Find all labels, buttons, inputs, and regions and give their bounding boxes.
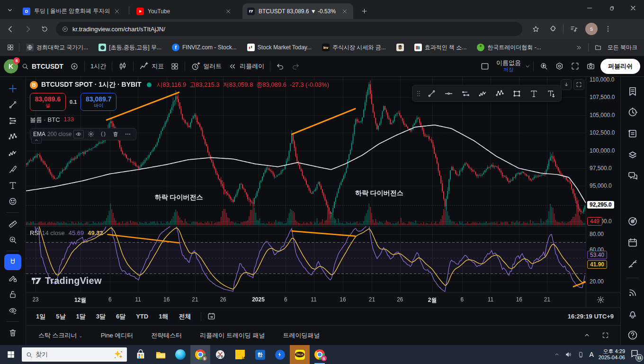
brush-icon[interactable] (4, 161, 21, 177)
ema-legend[interactable]: EMA 200 close (30, 128, 136, 140)
calendar-icon[interactable] (626, 236, 640, 250)
alerts-clock-icon[interactable] (626, 105, 640, 119)
action-center-button[interactable]: 11 (630, 349, 641, 360)
trend-line-icon[interactable] (4, 97, 21, 113)
trend-angle-icon[interactable] (626, 257, 640, 271)
browser-menu-button[interactable] (601, 22, 615, 36)
price-axis[interactable]: 110,000.0107,500.0105,000.0102,500.0100,… (586, 77, 620, 292)
trash-icon[interactable] (4, 325, 21, 341)
chart-text-annotation[interactable]: 하락 다이버전스 (355, 189, 403, 198)
bottom-tab[interactable]: 리플레이 트레이딩 패널 (200, 331, 265, 340)
magnet-icon[interactable] (4, 254, 21, 270)
panel-expand-chevron-icon[interactable] (583, 331, 591, 339)
hide-drawings-icon[interactable] (4, 302, 21, 318)
watchlist-icon[interactable] (626, 84, 640, 99)
help-icon[interactable] (626, 328, 640, 342)
site-info-icon[interactable] (62, 26, 69, 33)
xabcd-pattern-icon[interactable] (4, 129, 21, 145)
interval-button[interactable]: 1시간 (87, 60, 109, 73)
range-button-1해[interactable]: 1해 (154, 310, 172, 323)
fib-retracement-icon[interactable] (4, 113, 21, 129)
browser-tab-2[interactable]: YouTube (132, 3, 237, 19)
bookmark-item[interactable]: fFINVIZ.com - Stock... (172, 44, 237, 51)
taskbar-search-box[interactable]: 찾기 (22, 347, 127, 362)
undo-button[interactable] (273, 60, 288, 73)
window-maximize-button[interactable] (600, 0, 622, 16)
browser-tab-1[interactable]: D 투딩 | 올바른 암호화폐 투자의 (18, 3, 126, 19)
maximize-pane-button[interactable] (573, 79, 584, 90)
anchored-text-icon[interactable] (542, 86, 559, 100)
ime-indicator[interactable]: A (589, 351, 593, 358)
start-button[interactable] (0, 345, 22, 364)
taskbar-app-bolt-app[interactable] (270, 345, 290, 364)
bookmark-item[interactable]: Stock Market Today... (247, 44, 312, 51)
range-button-YTD[interactable]: YTD (132, 311, 152, 322)
rsi-legend[interactable]: RSI 14 close 45.69 49.32 (30, 229, 103, 237)
elliott-wave-icon[interactable] (474, 86, 491, 100)
visibility-icon[interactable] (73, 130, 84, 138)
indicators-button[interactable]: 지표 (136, 60, 167, 73)
window-close-button[interactable] (622, 0, 644, 16)
bottom-tab[interactable]: 전략테스터 (151, 331, 182, 340)
text-tool-icon[interactable] (4, 177, 21, 193)
bottom-tab[interactable]: Pine 에디터 (101, 331, 134, 340)
range-button-1일[interactable]: 1일 (32, 310, 50, 323)
close-tab-icon[interactable] (341, 8, 349, 15)
layout-name-button[interactable]: 이름없음 저장 (493, 58, 524, 74)
taskbar-app-ms-store[interactable] (131, 345, 151, 364)
profile-avatar[interactable]: s (585, 23, 598, 35)
alert-button[interactable]: 얼러트 (188, 60, 225, 73)
taskbar-app-hangul[interactable]: 한 (250, 345, 270, 364)
settings-icon[interactable] (86, 130, 96, 138)
xabcd-pattern-icon[interactable] (491, 86, 508, 100)
pencil-lock-icon[interactable] (4, 270, 21, 286)
zoom-in-icon[interactable] (4, 232, 21, 248)
horizontal-line-icon[interactable] (440, 86, 457, 100)
lock-all-icon[interactable] (4, 286, 21, 302)
rectangle-icon[interactable] (508, 86, 525, 100)
timezone-clock[interactable]: 16:29:19 UTC+9 (568, 313, 614, 320)
bookmark-star-button[interactable] (529, 22, 542, 36)
object-layers-icon[interactable] (626, 148, 640, 162)
parallel-channel-icon[interactable] (457, 86, 474, 100)
chart-style-button[interactable] (115, 60, 131, 73)
close-tab-icon[interactable] (224, 8, 232, 15)
symbol-search-button[interactable]: BTCUSDT (18, 61, 67, 72)
tray-overflow-icon[interactable] (554, 351, 560, 358)
chart-text-annotation[interactable]: 하락 다이버전스 (155, 193, 203, 202)
panel-maximize-icon[interactable] (602, 332, 609, 339)
address-bar[interactable]: kr.tradingview.com/chart/sTItAjJN/ (56, 22, 522, 36)
signal-rss-icon[interactable] (626, 285, 640, 300)
chat-icon[interactable] (626, 169, 640, 183)
range-button-5날[interactable]: 5날 (52, 310, 70, 323)
notifications-bell-icon[interactable] (626, 307, 640, 321)
quick-search-button[interactable] (536, 60, 552, 73)
bookmark-item[interactable]: 효과적인 책 소... (414, 44, 467, 52)
apps-grid-icon[interactable] (7, 44, 14, 51)
all-bookmarks-label[interactable]: 모든 북마크 (608, 44, 637, 52)
taskbar-app-chrome[interactable]: $ (190, 345, 210, 364)
fullscreen-button[interactable] (567, 60, 583, 73)
taskbar-app-edge[interactable] (170, 345, 190, 364)
taskbar-app-chrome-profile[interactable]: S (310, 345, 330, 364)
chevron-down-icon[interactable] (524, 63, 531, 70)
tv-user-avatar[interactable]: K 8 (4, 59, 18, 73)
window-minimize-button[interactable] (579, 0, 600, 16)
reload-button[interactable] (38, 22, 51, 36)
bottom-tab[interactable]: 스탁 스크리너 ⌄ (38, 331, 83, 340)
delete-icon[interactable] (110, 130, 121, 138)
tab-media-button[interactable] (567, 22, 581, 36)
bookmark-item[interactable] (396, 44, 404, 51)
drag-handle-icon[interactable] (414, 86, 423, 100)
bookmark-item[interactable]: 경희대학교 국가기... (26, 44, 88, 52)
volume-legend[interactable]: 볼륨 · BTC 133 (30, 116, 329, 124)
time-axis[interactable]: 2312월61116212620256111621262월6111621 (26, 292, 586, 307)
source-code-icon[interactable] (98, 130, 108, 138)
range-button-1달[interactable]: 1달 (72, 310, 89, 323)
screener-radar-icon[interactable] (626, 214, 640, 228)
range-button-3달[interactable]: 3달 (92, 310, 110, 323)
crosshair-icon[interactable] (4, 81, 21, 97)
scroll-to-recent-button[interactable] (561, 79, 572, 90)
text-tool-icon[interactable] (525, 86, 542, 100)
layout-button[interactable] (477, 60, 493, 73)
